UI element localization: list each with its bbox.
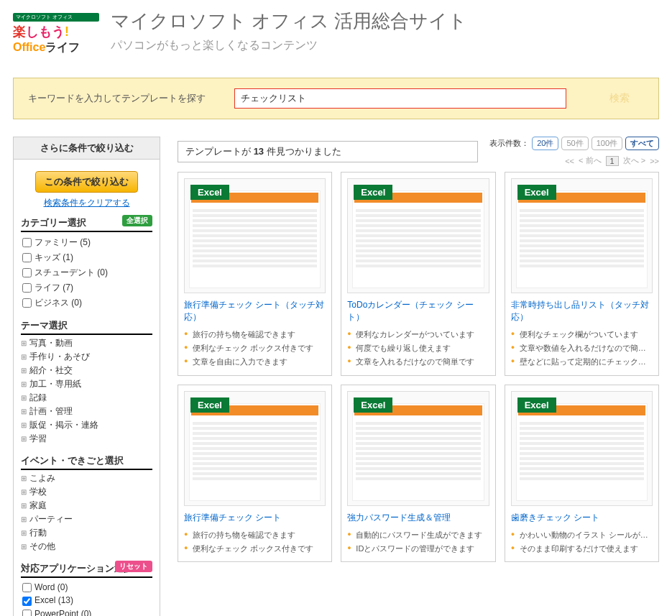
checkbox-label: ファミリー (5) — [34, 237, 91, 247]
tree-item[interactable]: 記録 — [21, 391, 152, 405]
template-card[interactable]: Excel旅行準備チェック シート（タッチ対応）旅行の持ち物を確認できます便利な… — [178, 172, 332, 376]
filter-sidebar: さらに条件で絞り込む この条件で絞り込む 検索条件をクリアする カテゴリー選択 … — [13, 137, 160, 616]
pager-first[interactable]: << — [565, 157, 574, 165]
tree-item[interactable]: 計画・管理 — [21, 405, 152, 418]
tree-item[interactable]: その他 — [21, 540, 152, 553]
checkbox[interactable] — [22, 238, 32, 247]
feature-item: 便利なチェック欄がついています — [511, 328, 653, 341]
checkbox-label: Word (0) — [34, 582, 68, 592]
feature-item: 何度でも繰り返し使えます — [347, 341, 489, 355]
tree-item[interactable]: 行動 — [21, 526, 152, 540]
filter-checkbox-item[interactable]: ライフ (7) — [22, 280, 152, 295]
feature-item: 旅行の持ち物を確認できます — [184, 328, 326, 341]
filter-checkbox-item[interactable]: PowerPoint (0) — [22, 607, 152, 616]
sidebar-header: さらに条件で絞り込む — [14, 137, 160, 160]
search-input[interactable] — [234, 88, 566, 109]
checkbox-label: ビジネス (0) — [34, 298, 82, 308]
filter-checkbox-item[interactable]: Excel (13) — [22, 594, 152, 607]
feature-item: IDとパスワードの管理ができます — [347, 542, 489, 556]
display-count-label: 表示件数： — [489, 138, 529, 149]
app-tag: Excel — [517, 185, 556, 200]
apply-filter-button[interactable]: この条件で絞り込む — [35, 171, 138, 193]
template-thumbnail[interactable]: Excel — [347, 391, 489, 506]
template-thumbnail[interactable]: Excel — [511, 391, 653, 506]
checkbox[interactable] — [22, 268, 32, 277]
pager-current: 1 — [606, 156, 619, 166]
pager-prev[interactable]: < 前へ — [579, 155, 601, 166]
page-title: マイクロソフト オフィス 活用総合サイト — [111, 9, 467, 34]
app-section-title: 対応アプリケーション選択 リセット — [21, 559, 152, 578]
feature-item: 旅行の持ち物を確認できます — [184, 528, 326, 542]
template-title-link[interactable]: 旅行準備チェック シート（タッチ対応） — [184, 299, 326, 323]
filter-checkbox-item[interactable]: Word (0) — [22, 581, 152, 594]
tree-item[interactable]: 写真・動画 — [21, 336, 152, 350]
checkbox[interactable] — [22, 298, 32, 308]
clear-filter-link[interactable]: 検索条件をクリアする — [21, 197, 152, 209]
count-all-button[interactable]: すべて — [625, 137, 659, 150]
feature-item: 文章を自由に入力できます — [184, 355, 326, 369]
checkbox[interactable] — [22, 583, 32, 592]
checkbox[interactable] — [22, 597, 32, 606]
feature-item: 便利なチェック ボックス付きです — [184, 341, 326, 355]
pager-last[interactable]: >> — [650, 157, 659, 165]
feature-item: 便利なカレンダーがついています — [347, 328, 489, 341]
tree-item[interactable]: 手作り・あそび — [21, 350, 152, 364]
template-thumbnail[interactable]: Excel — [184, 178, 326, 293]
template-thumbnail[interactable]: Excel — [184, 391, 326, 506]
template-thumbnail[interactable]: Excel — [347, 178, 489, 293]
template-card[interactable]: Excel強力パスワード生成＆管理自動的にパスワード生成ができますIDとパスワー… — [341, 385, 495, 563]
tree-item[interactable]: 加工・専用紙 — [21, 377, 152, 391]
template-title-link[interactable]: 歯磨きチェック シート — [511, 512, 653, 524]
template-title-link[interactable]: 非常時持ち出し品リスト（タッチ対応） — [511, 299, 653, 323]
app-tag: Excel — [354, 185, 392, 200]
template-thumbnail[interactable]: Excel — [511, 178, 653, 293]
template-title-link[interactable]: 旅行準備チェック シート — [184, 512, 326, 524]
count-100-button[interactable]: 100件 — [592, 137, 622, 150]
template-title-link[interactable]: 強力パスワード生成＆管理 — [347, 512, 489, 524]
category-section-title: カテゴリー選択 全選択 — [21, 213, 152, 232]
app-tag: Excel — [517, 397, 556, 413]
filter-checkbox-item[interactable]: ファミリー (5) — [22, 235, 152, 250]
tree-item[interactable]: 学習 — [21, 432, 152, 446]
tree-item[interactable]: パーティー — [21, 512, 152, 526]
checkbox-label: ライフ (7) — [34, 282, 73, 293]
tree-item[interactable]: 学校 — [21, 485, 152, 499]
checkbox[interactable] — [22, 283, 32, 293]
checkbox[interactable] — [22, 610, 32, 616]
feature-list: 旅行の持ち物を確認できます便利なチェック ボックス付きです — [184, 528, 326, 556]
feature-list: 旅行の持ち物を確認できます便利なチェック ボックス付きです文章を自由に入力できま… — [184, 328, 326, 369]
page-subtitle: パソコンがもっと楽しくなるコンテンツ — [111, 38, 467, 53]
site-logo[interactable]: マイクロソフト オフィス 楽しもう! Officeライフ — [13, 9, 99, 59]
tree-item[interactable]: こよみ — [21, 472, 152, 485]
theme-section-title: テーマ選択 — [21, 316, 152, 335]
feature-item: 文章を入れるだけなので簡単です — [347, 355, 489, 369]
filter-checkbox-item[interactable]: ビジネス (0) — [22, 295, 152, 311]
checkbox-label: Excel (13) — [34, 595, 73, 605]
template-card[interactable]: Excel非常時持ち出し品リスト（タッチ対応）便利なチェック欄がついています文章… — [505, 172, 659, 376]
tree-item[interactable]: 紹介・社交 — [21, 364, 152, 377]
filter-checkbox-item[interactable]: スチューデント (0) — [22, 265, 152, 280]
template-card[interactable]: Excel旅行準備チェック シート旅行の持ち物を確認できます便利なチェック ボッ… — [178, 385, 332, 563]
search-bar: キーワードを入力してテンプレートを探す 検索 — [13, 78, 659, 119]
count-50-button[interactable]: 50件 — [561, 137, 588, 150]
feature-item: 便利なチェック ボックス付きです — [184, 542, 326, 556]
app-tag: Excel — [354, 397, 392, 413]
pager-next[interactable]: 次へ > — [623, 155, 645, 166]
tree-item[interactable]: 家庭 — [21, 499, 152, 512]
search-button[interactable]: 検索 — [595, 92, 644, 105]
tree-item[interactable]: 販促・掲示・連絡 — [21, 418, 152, 432]
checkbox[interactable] — [22, 253, 32, 262]
count-20-button[interactable]: 20件 — [532, 137, 558, 150]
app-tag: Excel — [190, 397, 229, 413]
search-label: キーワードを入力してテンプレートを探す — [28, 92, 206, 105]
filter-checkbox-item[interactable]: キッズ (1) — [22, 250, 152, 265]
reset-badge[interactable]: リセット — [115, 561, 152, 572]
checkbox-label: スチューデント (0) — [34, 267, 108, 277]
template-card[interactable]: Excel歯磨きチェック シートかわいい動物のイラスト シールが…そのまま印刷す… — [505, 385, 659, 563]
feature-item: 自動的にパスワード生成ができます — [347, 528, 489, 542]
template-title-link[interactable]: ToDoカレンダー（チェック シート） — [347, 299, 489, 323]
template-card[interactable]: ExcelToDoカレンダー（チェック シート）便利なカレンダーがついています何… — [341, 172, 495, 376]
event-section-title: イベント・できごと選択 — [21, 451, 152, 470]
select-all-badge[interactable]: 全選択 — [122, 215, 152, 226]
pager: << < 前へ 1 次へ > >> — [565, 155, 659, 166]
